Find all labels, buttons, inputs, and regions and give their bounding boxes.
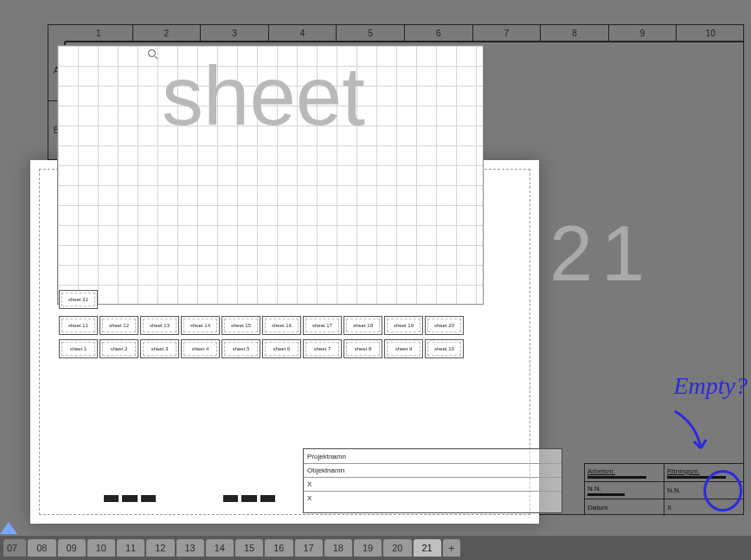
annotation-text: Empty? (673, 372, 748, 400)
tb-nn1: N.N. (585, 482, 664, 499)
sheet-tab-bar: 07 0809101112131415161718192021 + (0, 536, 751, 560)
floorplan-grid[interactable]: sheet (57, 45, 484, 305)
column-ruler: 12345678910 (65, 24, 744, 42)
mini-sheet[interactable]: sheet 1 (59, 339, 98, 358)
col-ruler-cell: 2 (132, 25, 201, 41)
sheet-tab-12[interactable]: 12 (146, 539, 174, 557)
sheet-tab-14[interactable]: 14 (206, 539, 234, 557)
mini-sheet[interactable]: sheet 2 (99, 339, 138, 358)
sheet-tab-07[interactable]: 07 (3, 539, 26, 557)
sheet-title-text: sheet (162, 55, 365, 138)
tb-ritningsnr: Ritningsnr. (664, 464, 743, 481)
footer-marks-1 (104, 495, 156, 507)
sheet-tab-08[interactable]: 08 (28, 539, 55, 557)
col-ruler-cell: 4 (268, 25, 337, 41)
mini-sheet[interactable]: sheet 7 (303, 339, 342, 358)
mini-sheet[interactable]: sheet 20 (425, 316, 464, 335)
mini-sheet[interactable]: sheet 5 (221, 339, 260, 358)
col-ruler-cell: 6 (404, 25, 472, 41)
mini-sheet[interactable]: sheet 16 (262, 316, 301, 335)
mini-sheet-row-3: sheet 1sheet 2sheet 3sheet 4sheet 5sheet… (59, 339, 464, 358)
col-ruler-cell: 1 (65, 25, 132, 41)
col-ruler-cell: 5 (336, 25, 404, 41)
sheet-tab-17[interactable]: 17 (295, 539, 323, 557)
magnify-icon[interactable] (147, 48, 159, 63)
sheet-tab-13[interactable]: 13 (177, 539, 204, 557)
col-ruler-cell: 10 (676, 25, 744, 41)
tb-objekt: Objektnamn (304, 463, 562, 477)
mini-sheet[interactable]: sheet 3 (140, 339, 179, 358)
mini-sheet[interactable]: sheet 15 (221, 316, 260, 335)
tb-datum: Datum (585, 499, 664, 516)
sheet-tab-19[interactable]: 19 (354, 539, 382, 557)
tb-x1: X (304, 477, 562, 491)
mini-sheet[interactable]: sheet 13 (140, 316, 179, 335)
title-block-inner: Projektnamn Objektnamn X X (303, 448, 562, 513)
add-sheet-button[interactable]: + (443, 539, 460, 557)
mini-sheet[interactable]: sheet 17 (303, 316, 342, 335)
col-ruler-cell: 3 (200, 25, 268, 41)
tb-x2: X (304, 491, 562, 505)
triangle-marker-icon (0, 522, 17, 534)
mini-sheet[interactable]: sheet 6 (262, 339, 301, 358)
mini-sheet[interactable]: sheet 14 (181, 316, 220, 335)
col-ruler-cell: 9 (608, 25, 677, 41)
sheet-tab-09[interactable]: 09 (58, 539, 86, 557)
sheet-tab-20[interactable]: 20 (383, 539, 411, 557)
sheet-tab-10[interactable]: 10 (87, 539, 115, 557)
mini-sheet[interactable]: sheet 12 (99, 316, 138, 335)
col-ruler-cell: 8 (540, 25, 608, 41)
mini-sheet-21[interactable]: sheet 21 (59, 290, 98, 309)
canvas-viewport[interactable]: 12345678910 ABCDEFGH 21 sheet sheet 21 s… (0, 0, 751, 560)
svg-line-1 (155, 56, 158, 60)
sheet-tab-11[interactable]: 11 (117, 539, 144, 557)
svg-point-0 (149, 50, 156, 57)
sheet-tab-16[interactable]: 16 (265, 539, 292, 557)
footer-marks-2 (223, 495, 275, 507)
tb-nn2: N.N. (664, 482, 743, 499)
mini-sheet-row-2: sheet 11sheet 12sheet 13sheet 14sheet 15… (59, 316, 464, 335)
mini-sheet[interactable]: sheet 4 (181, 339, 220, 358)
sheet-tab-15[interactable]: 15 (235, 539, 263, 557)
sheet-number-watermark: 21 (549, 209, 653, 299)
mini-sheet[interactable]: sheet 10 (425, 339, 464, 358)
tb-projekt: Projektnamn (304, 449, 562, 463)
sheet-tab-18[interactable]: 18 (324, 539, 352, 557)
mini-sheet[interactable]: sheet 8 (343, 339, 382, 358)
tb-arbetsnr: Arbetsnr. (585, 464, 664, 481)
title-block-outer: Arbetsnr. Ritningsnr. N.N. N.N. Datum X (584, 463, 744, 515)
col-ruler-cell: 7 (472, 25, 541, 41)
sheet-tab-21[interactable]: 21 (414, 539, 441, 557)
mini-sheet[interactable]: sheet 9 (384, 339, 423, 358)
mini-sheet[interactable]: sheet 18 (343, 316, 382, 335)
mini-sheet[interactable]: sheet 11 (59, 316, 98, 335)
mini-sheet[interactable]: sheet 19 (384, 316, 423, 335)
tb-x: X (664, 499, 743, 516)
